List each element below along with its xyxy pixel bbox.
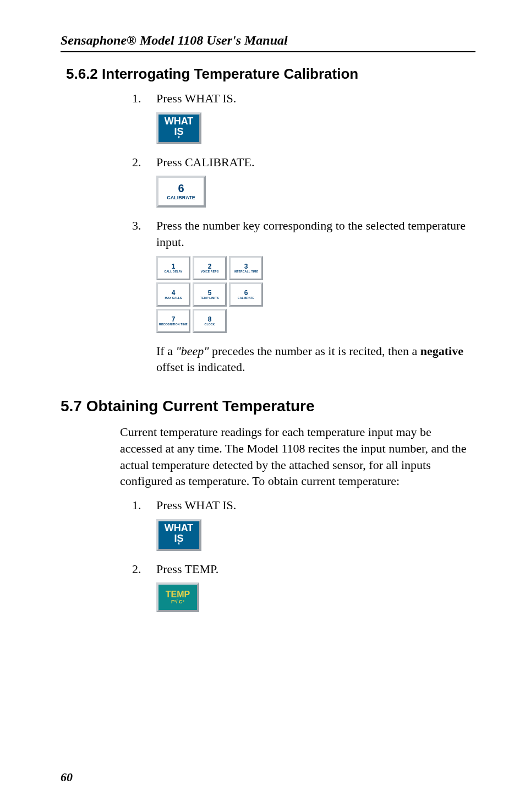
button-label-sub: CALIBRATE <box>167 195 195 200</box>
keypad: 1CALL DELAY 2VOICE REPS 3INTERCALL TIME … <box>156 256 475 333</box>
key-label: RECOGNITION TIME <box>159 323 188 326</box>
keypad-key-8: 8CLOCK <box>193 309 227 333</box>
note-beep: "beep" <box>176 344 209 358</box>
button-label-big: 6 <box>178 183 184 194</box>
step-number: 2. <box>132 561 156 577</box>
running-title: Sensaphone® Model 1108 User's Manual <box>61 33 475 48</box>
key-number: 1 <box>172 263 176 270</box>
key-number: 4 <box>172 289 176 297</box>
key-label: CALL DELAY <box>164 270 182 273</box>
calibrate-button: 6 CALIBRATE <box>156 176 206 208</box>
button-label-line1: WHAT <box>165 116 194 127</box>
button-graphic-temp: TEMP F°/ C° <box>156 582 475 612</box>
step-3: 3. Press the number key corresponding to… <box>132 217 475 250</box>
key-label: VOICE REPS <box>201 270 219 273</box>
key-number: 8 <box>208 315 212 323</box>
step-2: 2. Press TEMP. <box>132 561 475 577</box>
keypad-key-5: 5TEMP LIMITS <box>193 282 227 307</box>
button-label-sub: F°/ C° <box>171 600 184 604</box>
key-number: 7 <box>172 315 176 323</box>
step-text: Press CALIBRATE. <box>156 154 475 171</box>
star-icon: * <box>178 137 180 140</box>
note-bold: negative <box>420 344 463 358</box>
step-text: Press TEMP. <box>156 561 475 577</box>
keypad-key-4: 4MAX CALLS <box>156 282 190 307</box>
page-number: 60 <box>61 770 73 784</box>
keypad-graphic: 1CALL DELAY 2VOICE REPS 3INTERCALL TIME … <box>156 256 475 333</box>
key-label: CALIBRATE <box>238 297 254 299</box>
key-number: 5 <box>208 289 212 297</box>
star-icon: * <box>178 543 180 547</box>
note-text-mid: precedes the number as it is recited, th… <box>209 344 420 358</box>
key-label: TEMP LIMITS <box>200 297 219 299</box>
keypad-key-7: 7RECOGNITION TIME <box>156 309 190 333</box>
key-label: CLOCK <box>205 323 215 326</box>
keypad-key-3: 3INTERCALL TIME <box>229 256 263 280</box>
step-text: Press WHAT IS. <box>156 90 475 107</box>
button-label-line1: WHAT <box>165 523 194 533</box>
heading-5-7: 5.7 Obtaining Current Temperature <box>61 397 475 415</box>
step-number: 3. <box>132 217 156 250</box>
step-text: Press WHAT IS. <box>156 497 475 514</box>
note-paragraph: If a "beep" precedes the number as it is… <box>156 343 475 375</box>
button-graphic-whatis: WHAT IS * <box>156 112 475 144</box>
step-2: 2. Press CALIBRATE. <box>132 154 475 171</box>
keypad-key-1: 1CALL DELAY <box>156 256 190 280</box>
key-number: 3 <box>244 263 248 270</box>
section-paragraph: Current temperature readings for each te… <box>120 424 475 489</box>
step-number: 1. <box>132 90 156 107</box>
header-rule <box>61 51 475 52</box>
button-graphic-whatis-2: WHAT IS * <box>156 519 475 551</box>
what-is-button: WHAT IS * <box>156 519 201 551</box>
key-label: INTERCALL TIME <box>234 270 258 273</box>
step-number: 2. <box>132 154 156 171</box>
step-number: 1. <box>132 497 156 514</box>
step-1: 1. Press WHAT IS. <box>132 90 475 107</box>
button-label-big: TEMP <box>166 590 190 600</box>
key-label: MAX CALLS <box>165 297 182 299</box>
key-number: 6 <box>244 289 248 297</box>
button-graphic-calibrate: 6 CALIBRATE <box>156 176 475 208</box>
step-text: Press the number key corresponding to th… <box>156 217 475 250</box>
temp-button: TEMP F°/ C° <box>156 582 199 612</box>
key-number: 2 <box>208 263 212 270</box>
step-1: 1. Press WHAT IS. <box>132 497 475 514</box>
heading-5-6-2: 5.6.2 Interrogating Temperature Calibrat… <box>66 66 475 83</box>
what-is-button: WHAT IS * <box>156 112 201 144</box>
note-text-post: offset is indicated. <box>156 360 245 374</box>
keypad-key-6: 6CALIBRATE <box>229 282 263 307</box>
keypad-key-2: 2VOICE REPS <box>193 256 227 280</box>
note-text-pre: If a <box>156 344 176 358</box>
